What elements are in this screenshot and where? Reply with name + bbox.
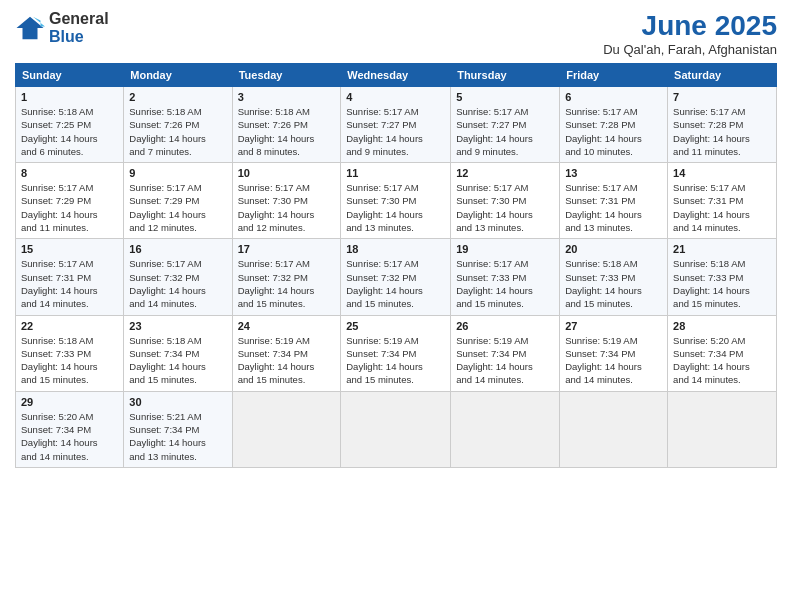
week-5: 29 Sunrise: 5:20 AMSunset: 7:34 PMDaylig… xyxy=(16,391,777,467)
day-17: 17 Sunrise: 5:17 AMSunset: 7:32 PMDaylig… xyxy=(232,239,341,315)
day-14: 14 Sunrise: 5:17 AMSunset: 7:31 PMDaylig… xyxy=(668,163,777,239)
header-friday: Friday xyxy=(560,64,668,87)
day-21: 21 Sunrise: 5:18 AMSunset: 7:33 PMDaylig… xyxy=(668,239,777,315)
day-9: 9 Sunrise: 5:17 AMSunset: 7:29 PMDayligh… xyxy=(124,163,232,239)
header-wednesday: Wednesday xyxy=(341,64,451,87)
day-19: 19 Sunrise: 5:17 AMSunset: 7:33 PMDaylig… xyxy=(451,239,560,315)
day-20: 20 Sunrise: 5:18 AMSunset: 7:33 PMDaylig… xyxy=(560,239,668,315)
day-8: 8 Sunrise: 5:17 AMSunset: 7:29 PMDayligh… xyxy=(16,163,124,239)
day-22: 22 Sunrise: 5:18 AMSunset: 7:33 PMDaylig… xyxy=(16,315,124,391)
day-23: 23 Sunrise: 5:18 AMSunset: 7:34 PMDaylig… xyxy=(124,315,232,391)
day-3: 3 Sunrise: 5:18 AMSunset: 7:26 PMDayligh… xyxy=(232,87,341,163)
day-13: 13 Sunrise: 5:17 AMSunset: 7:31 PMDaylig… xyxy=(560,163,668,239)
week-2: 8 Sunrise: 5:17 AMSunset: 7:29 PMDayligh… xyxy=(16,163,777,239)
subtitle: Du Qal'ah, Farah, Afghanistan xyxy=(603,42,777,57)
week-1: 1 Sunrise: 5:18 AMSunset: 7:25 PMDayligh… xyxy=(16,87,777,163)
logo-text: General Blue xyxy=(49,10,109,45)
day-24: 24 Sunrise: 5:19 AMSunset: 7:34 PMDaylig… xyxy=(232,315,341,391)
day-10: 10 Sunrise: 5:17 AMSunset: 7:30 PMDaylig… xyxy=(232,163,341,239)
header-sunday: Sunday xyxy=(16,64,124,87)
weekday-header-row: Sunday Monday Tuesday Wednesday Thursday… xyxy=(16,64,777,87)
calendar-table: Sunday Monday Tuesday Wednesday Thursday… xyxy=(15,63,777,468)
day-27: 27 Sunrise: 5:19 AMSunset: 7:34 PMDaylig… xyxy=(560,315,668,391)
logo-blue-text: Blue xyxy=(49,28,109,46)
day-29: 29 Sunrise: 5:20 AMSunset: 7:34 PMDaylig… xyxy=(16,391,124,467)
day-12: 12 Sunrise: 5:17 AMSunset: 7:30 PMDaylig… xyxy=(451,163,560,239)
week-4: 22 Sunrise: 5:18 AMSunset: 7:33 PMDaylig… xyxy=(16,315,777,391)
day-1: 1 Sunrise: 5:18 AMSunset: 7:25 PMDayligh… xyxy=(16,87,124,163)
empty-5 xyxy=(668,391,777,467)
header-saturday: Saturday xyxy=(668,64,777,87)
day-5: 5 Sunrise: 5:17 AMSunset: 7:27 PMDayligh… xyxy=(451,87,560,163)
empty-4 xyxy=(560,391,668,467)
logo-general-text: General xyxy=(49,10,109,28)
day-7: 7 Sunrise: 5:17 AMSunset: 7:28 PMDayligh… xyxy=(668,87,777,163)
empty-3 xyxy=(451,391,560,467)
main-title: June 2025 xyxy=(603,10,777,42)
day-15: 15 Sunrise: 5:17 AMSunset: 7:31 PMDaylig… xyxy=(16,239,124,315)
title-area: June 2025 Du Qal'ah, Farah, Afghanistan xyxy=(603,10,777,57)
day-11: 11 Sunrise: 5:17 AMSunset: 7:30 PMDaylig… xyxy=(341,163,451,239)
day-4: 4 Sunrise: 5:17 AMSunset: 7:27 PMDayligh… xyxy=(341,87,451,163)
page: General Blue June 2025 Du Qal'ah, Farah,… xyxy=(0,0,792,612)
day-26: 26 Sunrise: 5:19 AMSunset: 7:34 PMDaylig… xyxy=(451,315,560,391)
week-3: 15 Sunrise: 5:17 AMSunset: 7:31 PMDaylig… xyxy=(16,239,777,315)
day-25: 25 Sunrise: 5:19 AMSunset: 7:34 PMDaylig… xyxy=(341,315,451,391)
logo-icon xyxy=(15,13,45,43)
day-6: 6 Sunrise: 5:17 AMSunset: 7:28 PMDayligh… xyxy=(560,87,668,163)
day-30: 30 Sunrise: 5:21 AMSunset: 7:34 PMDaylig… xyxy=(124,391,232,467)
day-18: 18 Sunrise: 5:17 AMSunset: 7:32 PMDaylig… xyxy=(341,239,451,315)
day-28: 28 Sunrise: 5:20 AMSunset: 7:34 PMDaylig… xyxy=(668,315,777,391)
header-monday: Monday xyxy=(124,64,232,87)
logo: General Blue xyxy=(15,10,109,45)
header-tuesday: Tuesday xyxy=(232,64,341,87)
day-2: 2 Sunrise: 5:18 AMSunset: 7:26 PMDayligh… xyxy=(124,87,232,163)
day-16: 16 Sunrise: 5:17 AMSunset: 7:32 PMDaylig… xyxy=(124,239,232,315)
header-thursday: Thursday xyxy=(451,64,560,87)
empty-2 xyxy=(341,391,451,467)
empty-1 xyxy=(232,391,341,467)
header-area: General Blue June 2025 Du Qal'ah, Farah,… xyxy=(15,10,777,57)
